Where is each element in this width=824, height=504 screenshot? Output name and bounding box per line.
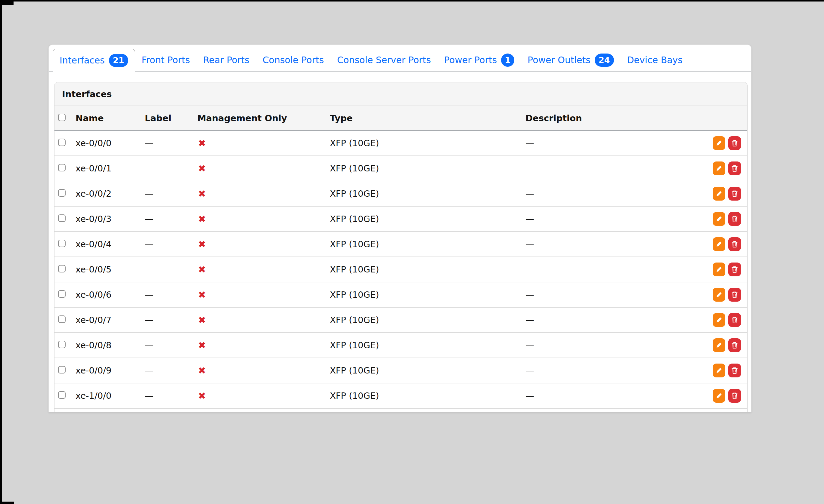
- interface-label: —: [145, 163, 197, 173]
- edit-button[interactable]: [713, 237, 725, 251]
- delete-button[interactable]: [728, 161, 741, 175]
- select-all-checkbox[interactable]: [58, 114, 66, 121]
- row-select-checkbox[interactable]: [58, 189, 66, 197]
- interface-description: —: [525, 264, 662, 274]
- edit-button[interactable]: [713, 212, 725, 226]
- tab-interfaces[interactable]: Interfaces 21: [53, 49, 135, 72]
- screenshot-stage: Interfaces 21 Front Ports Rear Ports Con…: [0, 0, 824, 504]
- interface-description: —: [525, 289, 662, 300]
- interface-label: —: [145, 289, 197, 300]
- interface-name: xe-0/0/8: [76, 340, 145, 350]
- tab-console-ports[interactable]: Console Ports: [256, 49, 330, 71]
- pencil-icon: [715, 139, 723, 147]
- tab-power-outlets-label: Power Outlets: [528, 55, 591, 65]
- row-select-checkbox[interactable]: [58, 139, 66, 146]
- interface-name: xe-0/0/5: [76, 264, 145, 274]
- interface-name: xe-0/0/9: [76, 365, 145, 376]
- tab-console-server-ports[interactable]: Console Server Ports: [330, 49, 437, 71]
- tab-power-outlets-count-badge: 24: [595, 53, 614, 67]
- interface-label: —: [145, 340, 197, 350]
- row-select-checkbox[interactable]: [58, 391, 66, 399]
- x-icon: ✖: [198, 314, 206, 326]
- tab-device-bays[interactable]: Device Bays: [621, 49, 689, 71]
- row-select-checkbox[interactable]: [58, 366, 66, 374]
- row-select-checkbox[interactable]: [58, 341, 66, 348]
- window-frame-top: [0, 0, 824, 1]
- interface-description: —: [525, 214, 662, 224]
- interface-name: xe-0/0/6: [76, 289, 145, 300]
- delete-button[interactable]: [728, 288, 741, 301]
- table-row: xe-0/0/2 — ✖ XFP (10GE) —: [55, 181, 747, 207]
- tab-power-outlets[interactable]: Power Outlets 24: [521, 49, 620, 71]
- column-header-type: Type: [330, 113, 525, 123]
- interface-type: XFP (10GE): [330, 239, 525, 249]
- row-select-checkbox[interactable]: [58, 290, 66, 298]
- tab-interfaces-label: Interfaces: [60, 55, 105, 66]
- interface-type: XFP (10GE): [330, 214, 525, 224]
- pencil-icon: [715, 240, 723, 248]
- interface-type: XFP (10GE): [330, 391, 525, 401]
- interface-type: XFP (10GE): [330, 289, 525, 300]
- edit-button[interactable]: [713, 187, 725, 201]
- edit-button[interactable]: [713, 161, 725, 175]
- x-icon: ✖: [198, 188, 206, 199]
- edit-button[interactable]: [713, 364, 725, 377]
- trash-icon: [731, 164, 738, 172]
- x-icon: ✖: [198, 289, 206, 300]
- tab-front-ports[interactable]: Front Ports: [135, 49, 197, 71]
- row-select-checkbox[interactable]: [58, 265, 66, 272]
- interface-label: —: [145, 264, 197, 274]
- interface-description: —: [525, 163, 662, 173]
- pencil-icon: [715, 215, 723, 223]
- table-row: xe-0/0/0 — ✖ XFP (10GE) —: [55, 131, 747, 156]
- interface-label: —: [145, 315, 197, 325]
- tab-console-server-ports-label: Console Server Ports: [337, 55, 431, 65]
- interface-type: XFP (10GE): [330, 188, 525, 199]
- delete-button[interactable]: [728, 212, 741, 226]
- tab-rear-ports[interactable]: Rear Ports: [197, 49, 256, 71]
- delete-button[interactable]: [728, 364, 741, 377]
- row-select-checkbox[interactable]: [58, 164, 66, 171]
- delete-button[interactable]: [728, 313, 741, 327]
- tab-power-ports-count-badge: 1: [501, 53, 514, 67]
- table-row: xe-0/0/3 — ✖ XFP (10GE) —: [55, 207, 747, 232]
- delete-button[interactable]: [728, 389, 741, 403]
- x-icon: ✖: [198, 365, 206, 376]
- trash-icon: [731, 341, 738, 349]
- interface-name: xe-0/0/0: [76, 138, 145, 148]
- interface-name: xe-0/0/4: [76, 239, 145, 249]
- trash-icon: [731, 291, 738, 298]
- edit-button[interactable]: [713, 136, 725, 150]
- delete-button[interactable]: [728, 338, 741, 352]
- interface-label: —: [145, 365, 197, 376]
- edit-button[interactable]: [713, 313, 725, 327]
- row-select-checkbox[interactable]: [58, 316, 66, 323]
- delete-button[interactable]: [728, 237, 741, 251]
- table-row: xe-0/0/9 — ✖ XFP (10GE) —: [55, 358, 747, 383]
- row-select-checkbox[interactable]: [58, 240, 66, 247]
- tab-console-ports-label: Console Ports: [263, 55, 324, 65]
- delete-button[interactable]: [728, 187, 741, 201]
- window-frame-left: [0, 0, 2, 504]
- x-icon: ✖: [198, 239, 206, 250]
- interfaces-panel: Interfaces Name Label Management Only Ty…: [54, 82, 747, 412]
- trash-icon: [731, 367, 738, 374]
- column-header-management-only: Management Only: [197, 113, 330, 123]
- edit-button[interactable]: [713, 262, 725, 276]
- tab-power-ports[interactable]: Power Ports 1: [437, 49, 521, 71]
- interface-name: xe-0/0/3: [76, 214, 145, 224]
- interface-description: —: [525, 188, 662, 199]
- trash-icon: [731, 265, 738, 273]
- tab-rear-ports-label: Rear Ports: [203, 55, 249, 65]
- delete-button[interactable]: [728, 262, 741, 276]
- edit-button[interactable]: [713, 389, 725, 403]
- edit-button[interactable]: [713, 338, 725, 352]
- delete-button[interactable]: [728, 136, 741, 150]
- pencil-icon: [715, 367, 723, 374]
- edit-button[interactable]: [713, 288, 725, 301]
- interface-description: —: [525, 391, 662, 401]
- row-select-checkbox[interactable]: [58, 215, 66, 222]
- x-icon: ✖: [198, 390, 206, 401]
- pencil-icon: [715, 291, 723, 298]
- pencil-icon: [715, 164, 723, 172]
